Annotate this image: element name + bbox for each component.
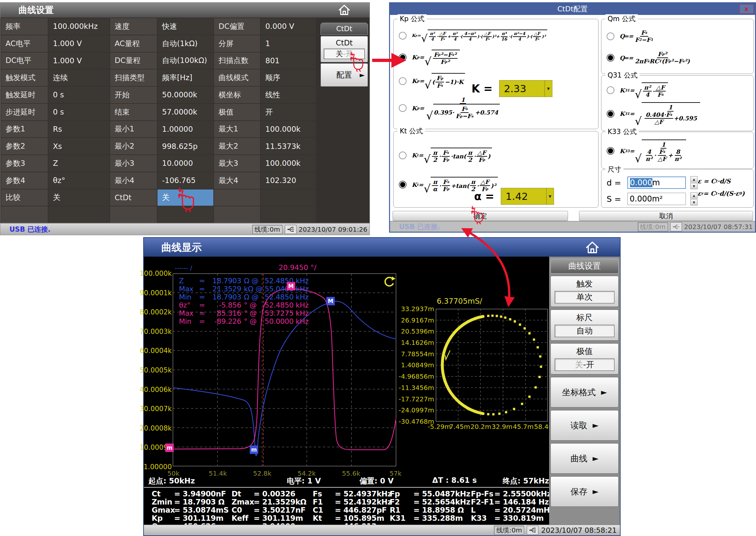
close-icon[interactable]: x — [739, 4, 754, 14]
readout-frequency: 53.7275 kHz — [265, 309, 317, 317]
setting-value[interactable] — [261, 189, 316, 206]
radio-button[interactable] — [607, 147, 614, 155]
marker-M-blue[interactable]: M — [326, 297, 335, 305]
param-value: = 335.288m — [414, 514, 471, 522]
readout-value: -89.226 — [207, 317, 244, 325]
curve-button[interactable]: 曲线 ► — [551, 443, 619, 474]
x-tick-label: -5.29m — [428, 423, 449, 431]
extreme-onoff-box: 关-开 — [555, 358, 614, 371]
d-input[interactable]: 0.000m — [628, 177, 686, 189]
setting-value[interactable]: 0 s — [49, 86, 109, 103]
readout-name: Min — [179, 317, 199, 325]
y-tick-label: -4.96856m — [399, 373, 434, 380]
setting-value[interactable]: 0 s — [49, 104, 109, 120]
marker-m-blue[interactable]: m — [250, 446, 258, 454]
radio-button[interactable] — [399, 32, 407, 40]
param-name: Kp — [152, 514, 174, 522]
setting-value[interactable]: 连续 — [49, 69, 109, 86]
radio-button[interactable] — [399, 77, 407, 85]
setting-value[interactable]: 100.000k — [261, 155, 316, 172]
setting-label: 极值 — [214, 104, 260, 120]
alpha-factor-dropdown[interactable]: 1.42 ▼ — [501, 188, 554, 205]
setting-value[interactable]: 11.5373k — [261, 138, 316, 154]
setting-value[interactable] — [261, 206, 316, 223]
setting-value[interactable]: 10.0000 — [158, 155, 213, 172]
radio-button[interactable] — [607, 110, 614, 118]
readout-unit: ° @ — [244, 309, 265, 317]
setting-value[interactable]: 线性 — [261, 86, 316, 103]
setting-value[interactable]: 快速 — [158, 18, 213, 35]
setting-value[interactable]: 1 — [261, 35, 316, 52]
setting-value[interactable]: 频率[Hz] — [158, 69, 213, 86]
setting-value[interactable]: 1.00000 — [158, 121, 213, 138]
spin-down-icon[interactable]: ▼ — [690, 183, 698, 189]
spin-down-icon[interactable]: ▼ — [690, 199, 698, 205]
k-factor-dropdown[interactable]: 2.33 ▼ — [499, 80, 553, 97]
cancel-button[interactable]: 取消 — [579, 211, 753, 221]
small-chart-scale: 6.37705mS/ — [437, 297, 482, 305]
param-name: Fs — [313, 489, 335, 498]
y-tick-label: 26.9167m — [401, 317, 434, 324]
trigger-button[interactable]: 触发 单次 — [551, 276, 619, 307]
setting-value[interactable]: Xs — [49, 138, 109, 154]
radio-button[interactable] — [607, 54, 614, 62]
setting-value[interactable]: -106.765 — [158, 172, 213, 189]
setting-value[interactable]: 50.0000k — [158, 86, 213, 103]
sidebar-header-curve-settings[interactable]: 曲线设置 — [551, 258, 619, 274]
radio-button[interactable] — [399, 151, 407, 159]
setting-value[interactable]: Rs — [49, 121, 109, 138]
s-spinner[interactable]: ▲ ▼ — [690, 192, 698, 205]
coord-format-button[interactable]: 坐标格式 ► — [551, 377, 619, 408]
ok-button[interactable]: 确定 — [393, 211, 568, 221]
setting-value[interactable]: 关 — [158, 189, 213, 206]
s-input[interactable]: 0.000m² — [628, 193, 686, 205]
setting-value[interactable]: θz° — [49, 172, 109, 189]
setting-value[interactable]: 自动(1kΩ) — [158, 35, 213, 52]
param-name: Dt — [232, 489, 254, 498]
setting-value[interactable]: 1.000 V — [49, 52, 109, 69]
setting-value[interactable] — [49, 206, 109, 223]
dropdown-arrow-icon[interactable]: ▼ — [546, 188, 554, 204]
setting-value[interactable]: 998.625p — [158, 138, 213, 154]
readout-value: 18.7903 — [207, 277, 244, 285]
datetime: 2023/10/07 08:57:31 — [684, 223, 753, 231]
marker-m-pink[interactable]: m — [165, 444, 174, 452]
ruler-button[interactable]: 标尺 自动 — [551, 310, 619, 341]
d-spinner[interactable]: ▲ ▼ — [690, 176, 698, 189]
admittance-circle-chart — [436, 309, 548, 421]
table-row: 参数3 Z 最小3 10.0000 最大3 100.000k — [1, 155, 319, 172]
usb-icon — [285, 225, 297, 234]
read-button[interactable]: 读取 ► — [551, 410, 619, 441]
y-tick-label: 50.0005k — [140, 367, 172, 374]
setting-value[interactable]: 自动(100kΩ) — [158, 52, 213, 69]
setting-value[interactable]: 102.320 — [261, 172, 316, 189]
marker-M-pink[interactable]: M — [287, 282, 295, 290]
radio-button[interactable] — [399, 181, 407, 188]
setting-value[interactable]: 100.000kHz — [49, 18, 109, 35]
radio-button[interactable] — [607, 32, 614, 40]
usb-status: USB 已连接. — [10, 225, 50, 234]
dialog-titlebar: CtDt配置 x — [390, 3, 755, 15]
radio-button[interactable] — [399, 104, 407, 112]
setting-value[interactable] — [158, 206, 213, 223]
setting-value[interactable]: 开 — [261, 104, 316, 120]
setting-value[interactable]: 100.000k — [261, 121, 316, 138]
setting-value[interactable]: 801 — [261, 52, 316, 69]
setting-value[interactable]: 1.000 V — [49, 35, 109, 52]
radio-button[interactable] — [607, 86, 614, 94]
setting-value[interactable]: 顺序 — [261, 69, 316, 86]
save-button[interactable]: 保存 ► — [551, 476, 619, 507]
ctdt-toggle-button[interactable]: CtDt 关-开 — [320, 36, 368, 62]
extreme-button[interactable]: 极值 关-开 — [551, 343, 619, 374]
config-button[interactable]: 配置 ► — [320, 63, 368, 86]
dropdown-arrow-icon[interactable]: ▼ — [545, 81, 552, 97]
setting-value[interactable]: 57.0000k — [158, 104, 213, 120]
setting-value[interactable]: Z — [49, 155, 109, 172]
setting-label: 参数3 — [1, 155, 48, 172]
radio-button[interactable] — [399, 53, 407, 61]
spin-up-icon[interactable]: ▲ — [690, 176, 698, 182]
setting-value[interactable]: 0.000 V — [261, 18, 316, 35]
spin-up-icon[interactable]: ▲ — [690, 192, 698, 199]
setting-value[interactable]: 关 — [49, 189, 109, 206]
refresh-rotate-icon[interactable] — [383, 276, 395, 290]
